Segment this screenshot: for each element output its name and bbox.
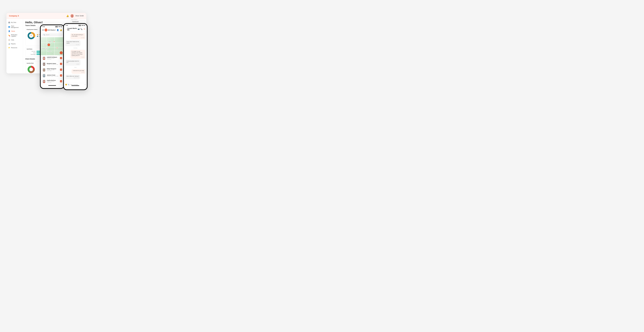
video-icon[interactable]: 📹	[78, 28, 80, 30]
mobile-nav-bar: ☰ All Clients ▾ 👤 🔔	[41, 28, 64, 32]
send-button[interactable]: ➤	[84, 84, 86, 86]
list-item-2[interactable]: Emily Thompson 1323994 / Female / 12.02.…	[41, 67, 64, 73]
client-badge-4[interactable]: ◆	[60, 80, 62, 82]
client-info-0: Isabella Rodriguez 1342304 / Female / 12…	[47, 56, 59, 60]
bell-icon[interactable]: 🔔	[66, 15, 69, 17]
client-badge-3[interactable]: ◆	[60, 74, 62, 76]
battery-icon: ▮	[61, 26, 62, 27]
sidebar-item-team-management[interactable]: 👥 Team Management	[6, 24, 23, 29]
map-label-caribbean: CARIBBEAN	[48, 41, 52, 42]
navigate-button[interactable]: ➤	[60, 52, 62, 54]
svg-point-11	[43, 59, 45, 60]
svg-text:525: 525	[30, 35, 32, 36]
sub-role-label-2: Psychologist	[27, 54, 36, 55]
clients-icon: 👤	[8, 30, 10, 32]
medication-icon: 💊	[8, 35, 10, 36]
status-icons: ▌▌▌ WiFi ▮	[56, 26, 62, 27]
home-indicator	[41, 84, 64, 87]
expand-map-button[interactable]: ⌄	[52, 53, 53, 54]
map-pin-main[interactable]: 5	[48, 44, 50, 46]
sidebar-item-label: Reports	[11, 43, 16, 44]
reports-icon: 📊	[8, 43, 10, 45]
client-meta-4: 1332021 / Female / 12.02.1945	[47, 81, 59, 83]
user-name: Oliver Smith	[75, 15, 84, 17]
map-bg: CARIBBEAN PROSPECT SOUTH FLATBUSH IGSS S…	[41, 37, 64, 55]
client-avatar-3	[42, 74, 46, 77]
chat-input-field[interactable]	[70, 84, 84, 85]
map-pin-small-1	[53, 41, 55, 42]
client-meta-1: 1302402 / Female / 06.1992	[47, 64, 59, 65]
message-time-5: Edited 9:41 AM	[66, 77, 79, 78]
list-item-4[interactable]: Sophia Martinez 1332021 / Female / 12.02…	[41, 78, 64, 84]
header-right: 🔔 Oliver Smith	[66, 14, 84, 18]
road-v2	[54, 37, 55, 55]
chat-input-icons: 😊 📎	[65, 84, 70, 86]
svg-point-1	[71, 16, 73, 18]
select-report-dropdown[interactable]: Dashboard Summary Analytics	[71, 20, 85, 23]
sidebar-item-medication[interactable]: 💊 Medication Logistics	[6, 33, 23, 38]
search-placeholder: Search	[46, 34, 50, 36]
attachment-icon[interactable]: 📎	[68, 84, 70, 86]
sidebar-item-visits[interactable]: 📋 Visits	[6, 38, 23, 42]
message-time-4: 8:01 AM	[73, 72, 84, 73]
chevron-down-icon: ▾	[56, 29, 56, 31]
message-0: Yes, she will be joining us in two weeks…	[70, 33, 86, 39]
client-avatar-2	[42, 68, 46, 72]
search-icon: 🔍	[44, 34, 45, 36]
road-v1	[46, 37, 47, 55]
more-icon[interactable]: •••	[84, 28, 85, 30]
phone-icon[interactable]: 📞	[81, 28, 82, 30]
svg-point-7	[29, 68, 33, 71]
sidebar: 🏥 My Clinic 👥 Team Management 👤 Clients …	[6, 19, 23, 74]
client-avatar-4	[42, 80, 46, 83]
client-badge-0[interactable]: ◆	[60, 57, 62, 59]
dashboard-header: Company X 🔔 Oliver Smith	[6, 13, 86, 19]
map-label-igss: IGSS Services	[44, 44, 48, 46]
back-icon[interactable]: ←	[66, 28, 67, 30]
wifi-icon: WiFi	[58, 26, 61, 27]
list-item-1[interactable]: Benjamin Harper 1302402 / Female / 06.19…	[41, 61, 64, 67]
sidebar-item-reports[interactable]: 📊 Reports	[6, 42, 23, 46]
map-area: CARIBBEAN PROSPECT SOUTH FLATBUSH IGSS S…	[41, 37, 64, 55]
chat-status-bar: 9:41 ▌▌▌ WiFi ▮	[64, 24, 87, 26]
all-clients-selector[interactable]: All Clients ▾	[48, 29, 56, 31]
user-icon[interactable]: 👤	[57, 29, 59, 31]
sub-role-label-0: Sub role 1	[27, 51, 36, 52]
client-badge-1[interactable]: ◆	[60, 63, 62, 65]
chat-header: ← Joseph Martin, MD 📹 📞 •••	[64, 26, 87, 32]
team-icon: 👥	[8, 26, 10, 28]
svg-point-15	[43, 70, 45, 72]
hamburger-icon[interactable]: ☰	[42, 29, 44, 31]
sidebar-item-clients[interactable]: 👤 Clients	[6, 29, 23, 33]
sidebar-item-resources[interactable]: 📁 Resources	[6, 46, 23, 50]
svg-point-9	[45, 29, 47, 31]
date-divider-yesterday: Yesterday	[65, 48, 86, 48]
message-text-1: Great news! Thanks for the update.	[66, 41, 79, 44]
mobile-status-bar: 9:41 ▌▌▌ WiFi ▮	[41, 25, 64, 28]
sub-role-label-1: Nurse	[27, 52, 36, 53]
search-bar[interactable]: 🔍 Search	[42, 33, 62, 36]
signal-icon: ▌▌▌	[56, 26, 58, 27]
client-list: Isabella Rodriguez 1342304 / Female / 12…	[41, 55, 64, 84]
chat-signal-icon: ▌▌▌	[79, 25, 81, 26]
message-4: I will send it to you today. 8:01 AM	[72, 69, 86, 74]
all-clients-label: All Clients	[48, 29, 55, 31]
map-pin-small-2	[56, 47, 58, 49]
list-item-3[interactable]: Jackson Foster 1394835 / Male / 02.02.19…	[41, 73, 64, 78]
employment-status-chart: 525 Part	[27, 31, 36, 40]
mobile-all-clients: 9:41 ▌▌▌ WiFi ▮ ☰ All Clients ▾ 👤 🔔 🔍 Se…	[40, 24, 64, 89]
resources-icon: 📁	[8, 47, 10, 48]
client-meta-2: 1323994 / Female / 12.02.1989	[47, 70, 59, 71]
client-badge-2[interactable]: ◆	[60, 69, 62, 71]
message-time-3: 6:28 PM	[66, 64, 79, 65]
road-h3	[41, 51, 64, 51]
notification-bell-icon[interactable]: 🔔	[60, 29, 62, 31]
message-3: Could you please send it to me? 6:28 PM	[65, 60, 80, 66]
client-name-2: Emily Thompson	[47, 68, 59, 70]
client-avatar-0	[42, 56, 46, 60]
sidebar-item-my-clinic[interactable]: 🏥 My Clinic	[6, 20, 23, 24]
sidebar-item-label: Visits	[11, 39, 14, 41]
emoji-icon[interactable]: 😊	[65, 84, 67, 86]
client-meta-0: 1342304 / Female / 12.02.1977	[47, 58, 59, 60]
list-item-0[interactable]: Isabella Rodriguez 1342304 / Female / 12…	[41, 55, 64, 61]
